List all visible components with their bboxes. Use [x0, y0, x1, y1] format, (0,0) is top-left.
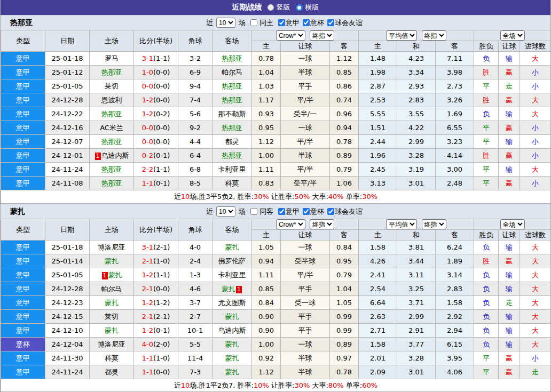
avg-home-cell: 2.01	[359, 351, 397, 365]
match-count-select[interactable]: 10	[216, 18, 235, 28]
handicap-cell: 一球	[281, 121, 330, 135]
summary-segment: 让胜率:	[269, 193, 295, 201]
team-label: 蒙扎	[108, 271, 122, 279]
avg-home-cell: 1.58	[359, 338, 397, 351]
odds-home-cell: 1.12	[252, 135, 281, 149]
league-cell: 意甲	[1, 324, 45, 338]
away-team-cell: 蒙扎	[212, 310, 252, 324]
final-index-select-1[interactable]: 终指	[310, 30, 334, 41]
odds-away-cell: 0.85	[330, 66, 359, 79]
league-cell: 意甲	[1, 135, 45, 149]
odds-home-cell: 1.03	[252, 79, 281, 93]
fullmatch-select[interactable]: 全场	[500, 219, 525, 229]
red-card-badge: 1	[95, 153, 101, 160]
final-index-select-2[interactable]: 终指	[422, 30, 446, 41]
league-cell: 意甲	[1, 52, 45, 66]
league-cell: 意甲	[1, 93, 45, 107]
vertical-radio-label[interactable]: 竖版	[277, 3, 290, 12]
league-filter-checkbox[interactable]	[327, 19, 334, 26]
bookmaker-select[interactable]: Crow*	[276, 219, 305, 229]
avg-home-cell: 4.26	[359, 254, 397, 268]
result-goals-cell: 大	[520, 254, 551, 268]
league-filter-checkbox[interactable]	[303, 208, 310, 215]
result-goals-cell: 小	[520, 351, 551, 365]
result-goals-cell: 小	[520, 135, 551, 149]
score-cell: 2-1(2-1)	[134, 310, 178, 324]
league-filter-label: 球会友谊	[335, 207, 363, 215]
odds-home-cell: 1.00	[252, 149, 281, 163]
horizontal-radio-icon[interactable]	[296, 4, 303, 11]
avg-draw-cell: 2.99	[397, 310, 436, 324]
odds-home-cell: 1.04	[252, 66, 281, 79]
league-filter-checkbox[interactable]	[327, 208, 334, 215]
summary-segment: 30%	[254, 193, 269, 201]
corner-cell: 3-2	[178, 52, 212, 66]
horizontal-radio-label[interactable]: 横版	[305, 3, 319, 12]
avg-home-cell: 6.64	[359, 296, 397, 310]
average-select[interactable]: 平均值	[386, 219, 417, 229]
result-handicap-cell: 输	[499, 338, 520, 351]
col-odds-away: 客	[330, 230, 359, 241]
bookmaker-select[interactable]: Crow*	[276, 30, 305, 41]
team-label: 卡利亚里	[218, 271, 246, 279]
result-handicap-cell: 走	[499, 79, 520, 93]
corner-cell: 4-0	[178, 241, 212, 254]
match-count-select[interactable]: 10	[216, 206, 235, 217]
league-filter-checkbox[interactable]	[303, 19, 310, 26]
vertical-radio[interactable]: 竖版	[267, 3, 290, 12]
league-filter-checkbox[interactable]	[278, 19, 285, 26]
handicap-cell: 平手	[281, 324, 330, 338]
date-cell: 24-11-30	[45, 351, 90, 365]
fulltime-score: 1-2	[142, 96, 153, 104]
match-row: 意杯24-12-04博洛尼亚4-0(2-0)5-5蒙扎1.00一球0.891.5…	[1, 338, 551, 351]
league-cell: 意甲	[1, 107, 45, 121]
avg-away-cell: 7.11	[436, 52, 474, 66]
corner-cell: 7-4	[178, 93, 212, 107]
average-select[interactable]: 平均值	[386, 30, 417, 41]
summary-segment: 10	[181, 193, 190, 201]
result-goals-cell: 大	[520, 296, 551, 310]
result-goals-cell: 小	[520, 121, 551, 135]
avg-home-cell: 2.54	[359, 282, 397, 296]
away-team-cell: 都灵	[212, 135, 252, 149]
fulltime-score: 1-1	[142, 368, 153, 376]
halftime-score: (2-1)	[153, 243, 170, 251]
summary-segment: 单率:	[344, 193, 363, 201]
team-label: 热那亚	[222, 96, 242, 104]
vertical-radio-icon[interactable]	[267, 4, 274, 11]
games-label: 场	[239, 18, 246, 28]
fullmatch-select[interactable]: 全场	[500, 30, 525, 41]
avg-draw-cell: 2.91	[397, 324, 436, 338]
result-goals-cell: 大	[520, 93, 551, 107]
horizontal-radio[interactable]: 横版	[296, 3, 319, 12]
away-team-cell: 蒙扎	[212, 365, 252, 379]
match-row: 意甲24-12-28帕尔马2-1(0-0)4-6蒙扎10.85平手1.042.5…	[1, 282, 551, 296]
odds-home-cell: 1.12	[252, 365, 281, 379]
league-cell: 意甲	[1, 310, 45, 324]
result-wdl-cell: 平	[474, 135, 499, 149]
avg-away-cell: 2.92	[436, 310, 474, 324]
result-handicap-cell: 走	[499, 296, 520, 310]
summary-segment: 近	[174, 193, 181, 201]
same-venue-checkbox[interactable]	[250, 208, 257, 215]
score-cell: 0-0(0-0)	[134, 135, 178, 149]
team-label: 热那亚	[101, 179, 122, 187]
fulltime-score: 1-2	[142, 110, 153, 118]
halftime-score: (0-0)	[153, 368, 170, 376]
halftime-score: (0-1)	[153, 326, 170, 334]
same-venue-checkbox[interactable]	[250, 19, 257, 26]
col-avg-away: 客	[436, 230, 474, 241]
final-index-select-1[interactable]: 终指	[310, 219, 334, 229]
final-index-select-2[interactable]: 终指	[422, 219, 446, 229]
avg-home-cell: 2.87	[359, 79, 397, 93]
date-cell: 24-12-16	[45, 121, 90, 135]
odds-home-cell: 1.05	[252, 241, 281, 254]
odds-away-cell: 0.99	[330, 324, 359, 338]
corner-cell: 3-7	[178, 296, 212, 310]
col-odds-handicap: 让球	[281, 230, 330, 241]
result-handicap-cell: 赢	[499, 351, 520, 365]
league-filter-checkbox[interactable]	[278, 208, 285, 215]
result-wdl-cell: 胜	[474, 66, 499, 79]
result-goals-cell: 大	[520, 282, 551, 296]
result-wdl-cell: 负	[474, 324, 499, 338]
